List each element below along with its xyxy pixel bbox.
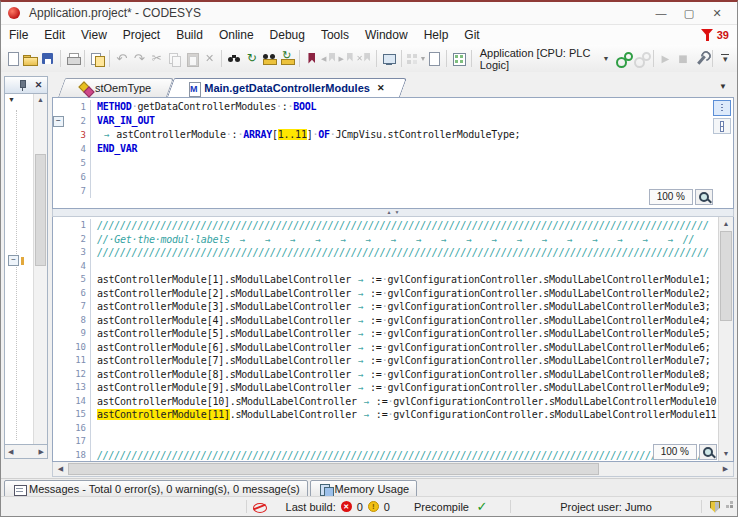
line-number: 7 — [64, 300, 90, 314]
line-number: 3 — [64, 128, 90, 142]
menu-item-tools[interactable]: Tools — [313, 26, 357, 44]
msgs-icon — [12, 482, 25, 495]
zoom-level[interactable]: 100 % — [649, 189, 693, 205]
code-line: 18//////////////////////////////////////… — [53, 449, 733, 463]
application-combo[interactable]: Application [CPU: PLC Logic]▼ — [475, 49, 615, 69]
tab-stoemtype[interactable]: stOemType — [58, 78, 167, 97]
clean-button[interactable] — [426, 48, 444, 70]
implementation-horizontal-scrollbar[interactable]: ◀ ▶ — [52, 462, 734, 477]
close-icon[interactable]: ✕ — [377, 83, 385, 93]
next-bookmark-button[interactable] — [338, 48, 356, 70]
implementation-editor[interactable]: 1///////////////////////////////////////… — [52, 217, 734, 462]
error-filter-icon[interactable] — [701, 28, 714, 42]
menu-item-help[interactable]: Help — [416, 26, 457, 44]
menu-item-git[interactable]: Git — [456, 26, 487, 44]
code-text: ////////////////////////////////////////… — [90, 219, 733, 233]
fold-margin — [53, 142, 64, 156]
close-icon[interactable] — [33, 79, 44, 91]
copy-project-button[interactable] — [88, 48, 106, 70]
editor-area: stOemTypeMain.getDataControllerModules✕▼… — [52, 76, 734, 477]
tab-main-getdatacontrollermodules[interactable]: Main.getDataControllerModules✕ — [167, 78, 400, 97]
line-number: 4 — [64, 260, 90, 274]
resize-grip[interactable] — [730, 505, 733, 508]
login-button[interactable] — [614, 48, 632, 70]
code-line: 11astControllerModule[7].sModulLabelCont… — [53, 354, 733, 368]
find-in-project-button[interactable] — [261, 48, 279, 70]
chevron-down-icon[interactable]: ▼ — [8, 96, 15, 103]
scroll-right-icon[interactable]: ▶ — [39, 448, 44, 456]
scroll-down-icon[interactable]: ▼ — [719, 447, 733, 460]
fold-margin — [53, 435, 64, 449]
scrollbar-thumb[interactable] — [35, 154, 46, 266]
scroll-left-icon[interactable]: ◀ — [54, 465, 67, 473]
menu-item-debug[interactable]: Debug — [262, 26, 313, 44]
code-text: astControllerModule[5].sModulLabelContro… — [90, 327, 733, 341]
delete-button[interactable] — [201, 48, 219, 70]
menu-item-window[interactable]: Window — [357, 26, 416, 44]
zoom-level[interactable]: 100 % — [653, 444, 697, 460]
previous-bookmark-button[interactable] — [320, 48, 338, 70]
devices-horizontal-scrollbar[interactable]: ◀ ▶ — [4, 445, 48, 459]
scrollbar-thumb[interactable] — [68, 463, 599, 475]
paste-button[interactable] — [183, 48, 201, 70]
stop-button[interactable] — [674, 48, 692, 70]
logout-button[interactable] — [632, 48, 650, 70]
declaration-editor[interactable]: 1METHOD·getDataControllerModules·:·BOOL−… — [52, 97, 734, 209]
save-project-button[interactable] — [39, 48, 57, 70]
messages-tab[interactable]: Messages - Total 0 error(s), 0 warning(s… — [4, 480, 308, 497]
implementation-zoom-control: 100 % — [653, 444, 717, 460]
maximize-button[interactable]: ▢ — [675, 3, 703, 23]
magnifier-button[interactable] — [695, 189, 713, 205]
generate-code-button[interactable] — [450, 48, 468, 70]
menu-item-edit[interactable]: Edit — [36, 26, 73, 44]
implementation-vertical-scrollbar[interactable]: ▲ ▼ — [718, 217, 733, 461]
single-cycle-button[interactable] — [692, 48, 710, 70]
menu-item-view[interactable]: View — [73, 26, 115, 44]
textual-view-button[interactable] — [713, 100, 731, 116]
security-shield-icon[interactable] — [707, 499, 723, 515]
menu-item-build[interactable]: Build — [168, 26, 211, 44]
find-button[interactable] — [225, 48, 243, 70]
scroll-right-icon[interactable]: ▶ — [719, 465, 732, 473]
devices-vertical-scrollbar[interactable]: ▲ — [33, 94, 47, 444]
memory-usage-tab[interactable]: Memory Usage — [310, 480, 418, 497]
clear-bookmarks-button[interactable] — [355, 48, 373, 70]
scroll-up-icon[interactable]: ▲ — [719, 217, 733, 230]
method-icon — [187, 81, 200, 94]
scroll-left-icon[interactable]: ◀ — [8, 448, 13, 456]
magnifier-button[interactable] — [699, 444, 717, 460]
line-number: 6 — [64, 287, 90, 301]
start-button[interactable] — [657, 48, 675, 70]
close-button[interactable]: ✕ — [703, 3, 731, 23]
scroll-up-icon[interactable]: ▲ — [34, 94, 47, 106]
cut-button[interactable] — [148, 48, 166, 70]
replace-button[interactable] — [243, 48, 261, 70]
editor-splitter[interactable]: ▲ ▼ — [52, 209, 734, 217]
scrollbar-thumb[interactable] — [720, 231, 732, 321]
tabular-view-button[interactable] — [713, 118, 731, 134]
new-project-button[interactable] — [4, 48, 22, 70]
print-button[interactable] — [64, 48, 82, 70]
menu-item-project[interactable]: Project — [115, 26, 168, 44]
undo-button[interactable] — [113, 48, 131, 70]
active-application-label: Application [CPU: PLC Logic] — [480, 47, 598, 71]
toggle-bookmark-button[interactable] — [303, 48, 321, 70]
fold-toggle[interactable]: − — [53, 116, 64, 127]
open-project-button[interactable] — [22, 48, 40, 70]
redo-button[interactable] — [130, 48, 148, 70]
fold-margin — [53, 368, 64, 382]
minimize-button[interactable]: — — [647, 3, 675, 23]
menu-item-online[interactable]: Online — [211, 26, 262, 44]
toolbar-options-button[interactable] — [716, 48, 734, 70]
status-bar: Last build: 0 0 Precompile Project user:… — [1, 496, 737, 516]
menu-item-file[interactable]: File — [1, 26, 36, 44]
tab-list-dropdown[interactable]: ▼ — [712, 82, 734, 91]
replace-in-project-button[interactable] — [278, 48, 296, 70]
build-button[interactable]: ▼ — [405, 48, 426, 70]
code-text: →astControllerModule·:·ARRAY[1..11]·OF·J… — [90, 128, 733, 142]
pin-icon[interactable] — [16, 79, 28, 92]
copy-button[interactable] — [166, 48, 184, 70]
devices-tree[interactable]: ▼ − ▲ — [4, 94, 48, 445]
tree-collapse-box[interactable]: − — [8, 255, 19, 266]
update-device-button[interactable] — [380, 48, 398, 70]
